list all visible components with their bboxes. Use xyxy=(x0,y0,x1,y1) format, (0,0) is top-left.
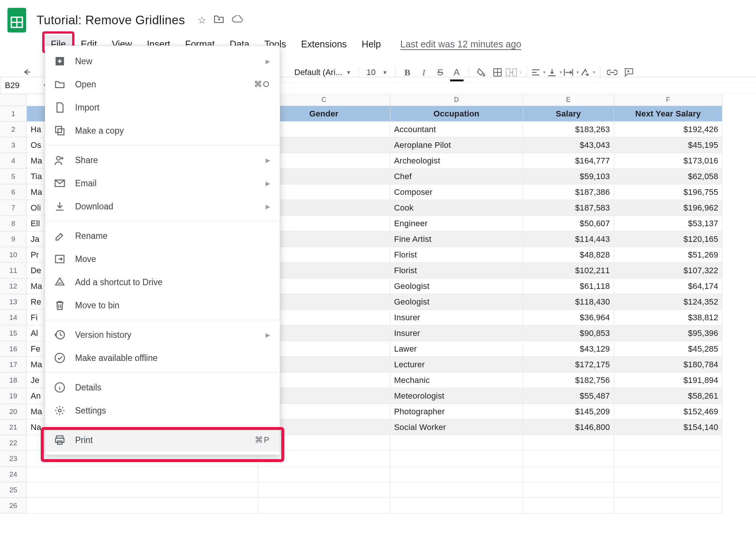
cell-F4[interactable]: $173,016 xyxy=(614,153,722,169)
row-header-12[interactable]: 12 xyxy=(0,278,27,294)
file-menu-version-history[interactable]: Version history▶ xyxy=(45,323,280,346)
cell-C24[interactable] xyxy=(258,467,390,482)
cell-F24[interactable] xyxy=(614,467,722,482)
cell-E1[interactable]: Salary xyxy=(523,106,614,122)
cell-F22[interactable] xyxy=(614,435,722,451)
cell-D15[interactable]: Insurer xyxy=(390,325,523,341)
cell-F15[interactable]: $95,396 xyxy=(614,325,722,341)
cell-F7[interactable]: $196,962 xyxy=(614,200,722,216)
cell-F1[interactable]: Next Year Salary xyxy=(614,106,722,122)
row-header-16[interactable]: 16 xyxy=(0,341,27,357)
row-header-10[interactable]: 10 xyxy=(0,247,27,263)
star-icon[interactable]: ☆ xyxy=(198,15,206,26)
row-header-17[interactable]: 17 xyxy=(0,357,27,373)
row-header-15[interactable]: 15 xyxy=(0,325,27,341)
move-folder-icon[interactable] xyxy=(214,15,224,26)
cell-E15[interactable]: $90,853 xyxy=(523,325,614,341)
cell-E24[interactable] xyxy=(523,467,614,482)
row-header-21[interactable]: 21 xyxy=(0,420,27,435)
cell-D24[interactable] xyxy=(390,467,523,482)
cell-D3[interactable]: Aeroplane Pilot xyxy=(390,137,523,153)
row-header-22[interactable]: 22 xyxy=(0,435,27,451)
cell-F25[interactable] xyxy=(614,482,722,498)
cell-E19[interactable]: $55,487 xyxy=(523,388,614,404)
cell-F3[interactable]: $45,195 xyxy=(614,137,722,153)
cell-E21[interactable]: $146,800 xyxy=(523,420,614,435)
row-header-18[interactable]: 18 xyxy=(0,373,27,388)
file-menu-import[interactable]: Import xyxy=(45,96,280,119)
cell-F10[interactable]: $51,269 xyxy=(614,247,722,263)
cell-F23[interactable] xyxy=(614,451,722,467)
cell-E25[interactable] xyxy=(523,482,614,498)
cell-F17[interactable]: $180,784 xyxy=(614,357,722,373)
row-header-4[interactable]: 4 xyxy=(0,153,27,169)
cell-E12[interactable]: $61,118 xyxy=(523,278,614,294)
file-menu-share[interactable]: Share▶ xyxy=(45,149,280,172)
cell-C26[interactable] xyxy=(258,498,390,514)
cloud-status-icon[interactable] xyxy=(232,15,243,26)
cell-E14[interactable]: $36,964 xyxy=(523,310,614,325)
cell-D20[interactable]: Photographer xyxy=(390,404,523,420)
cell-C25[interactable] xyxy=(258,482,390,498)
row-header-26[interactable]: 26 xyxy=(0,498,27,514)
cell-E9[interactable]: $114,443 xyxy=(523,231,614,247)
cell-F19[interactable]: $58,261 xyxy=(614,388,722,404)
cell-D14[interactable]: Insurer xyxy=(390,310,523,325)
cell-D9[interactable]: Fine Artist xyxy=(390,231,523,247)
cell-D2[interactable]: Accountant xyxy=(390,122,523,137)
cell-F8[interactable]: $53,137 xyxy=(614,216,722,231)
file-menu-details[interactable]: Details xyxy=(45,376,280,399)
cell-E10[interactable]: $48,828 xyxy=(523,247,614,263)
cell-D21[interactable]: Social Worker xyxy=(390,420,523,435)
cell-E20[interactable]: $145,209 xyxy=(523,404,614,420)
column-header-E[interactable]: E xyxy=(523,94,614,106)
cell-D8[interactable]: Engineer xyxy=(390,216,523,231)
cell-E11[interactable]: $102,211 xyxy=(523,263,614,278)
font-size-select[interactable]: 10▼ xyxy=(363,68,391,77)
cell-F26[interactable] xyxy=(614,498,722,514)
cell-F11[interactable]: $107,322 xyxy=(614,263,722,278)
row-header-8[interactable]: 8 xyxy=(0,216,27,231)
cell-D5[interactable]: Chef xyxy=(390,169,523,184)
file-menu-download[interactable]: Download▶ xyxy=(45,195,280,218)
cell-A26[interactable] xyxy=(27,498,258,514)
cell-F12[interactable]: $64,174 xyxy=(614,278,722,294)
cell-D6[interactable]: Composer xyxy=(390,184,523,200)
last-edit-link[interactable]: Last edit was 12 minutes ago xyxy=(400,39,521,50)
sheets-logo-icon[interactable] xyxy=(7,7,28,34)
cell-D22[interactable] xyxy=(390,435,523,451)
cell-E22[interactable] xyxy=(523,435,614,451)
cell-D10[interactable]: Florist xyxy=(390,247,523,263)
cell-D18[interactable]: Mechanic xyxy=(390,373,523,388)
row-header-11[interactable]: 11 xyxy=(0,263,27,278)
cell-D17[interactable]: Lecturer xyxy=(390,357,523,373)
cell-D11[interactable]: Florist xyxy=(390,263,523,278)
column-header-D[interactable]: D xyxy=(390,94,523,106)
cell-F6[interactable]: $196,755 xyxy=(614,184,722,200)
row-header-5[interactable]: 5 xyxy=(0,169,27,184)
row-header-19[interactable]: 19 xyxy=(0,388,27,404)
file-menu-move-to-bin[interactable]: Move to bin xyxy=(45,294,280,317)
cell-F13[interactable]: $124,352 xyxy=(614,294,722,310)
file-menu-rename[interactable]: Rename xyxy=(45,224,280,247)
select-all-corner[interactable] xyxy=(0,94,27,106)
row-header-25[interactable]: 25 xyxy=(0,482,27,498)
cell-E26[interactable] xyxy=(523,498,614,514)
cell-D13[interactable]: Geologist xyxy=(390,294,523,310)
cell-D7[interactable]: Cook xyxy=(390,200,523,216)
document-title[interactable]: Tutorial: Remove Gridlines xyxy=(37,13,185,27)
file-menu-add-shortcut[interactable]: Add a shortcut to Drive xyxy=(45,271,280,294)
menu-help[interactable]: Help xyxy=(356,35,387,53)
file-menu-new[interactable]: New▶ xyxy=(45,50,280,73)
cell-D19[interactable]: Meteorologist xyxy=(390,388,523,404)
cell-E4[interactable]: $164,777 xyxy=(523,153,614,169)
cell-F9[interactable]: $120,165 xyxy=(614,231,722,247)
cell-F18[interactable]: $191,894 xyxy=(614,373,722,388)
cell-E2[interactable]: $183,263 xyxy=(523,122,614,137)
row-header-2[interactable]: 2 xyxy=(0,122,27,137)
file-menu-make-copy[interactable]: Make a copy xyxy=(45,119,280,142)
cell-F21[interactable]: $154,140 xyxy=(614,420,722,435)
row-header-7[interactable]: 7 xyxy=(0,200,27,216)
cell-F14[interactable]: $38,812 xyxy=(614,310,722,325)
cell-D25[interactable] xyxy=(390,482,523,498)
